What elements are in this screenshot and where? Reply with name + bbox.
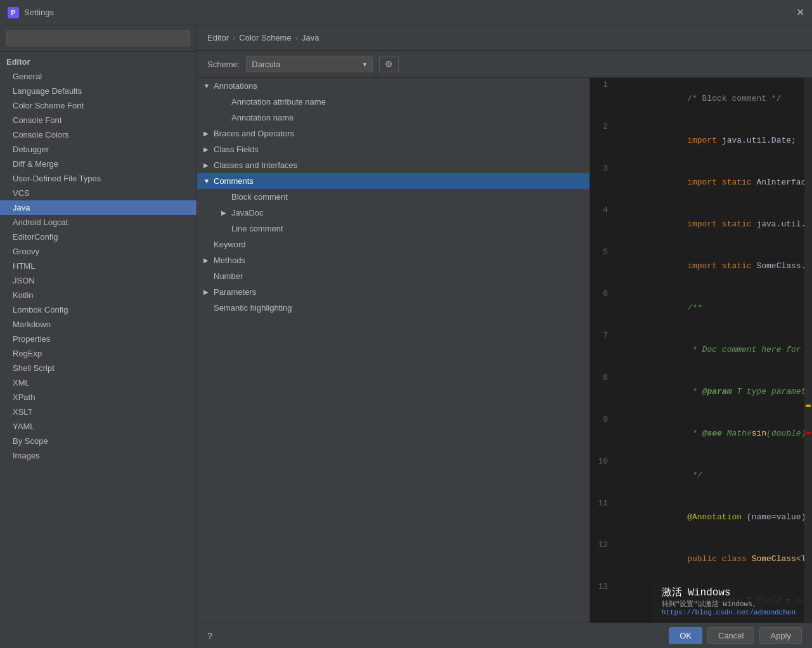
sidebar-item-yaml[interactable]: YAML (0, 419, 197, 434)
sidebar-item-html[interactable]: HTML (0, 259, 197, 273)
content-area: Editor › Color Scheme › Java Scheme: Dar… (197, 25, 812, 648)
sidebar-item-groovy[interactable]: Groovy (0, 244, 197, 259)
sidebar-item-xml[interactable]: XML (0, 375, 197, 390)
tree-item-block-comment[interactable]: Block comment (197, 189, 590, 205)
scheme-tree: ▼ Annotations Annotation attribute name … (197, 78, 590, 623)
cancel-button[interactable]: Cancel (707, 627, 754, 644)
line-content: * Doc comment here for <code>SomeClass</… (615, 329, 812, 371)
tree-item-braces[interactable]: ▶ Braces and Operators (197, 126, 590, 141)
line-number: 10 (590, 455, 615, 496)
sidebar-item-android-logcat[interactable]: Android Logcat (0, 215, 197, 230)
tree-item-comments[interactable]: ▼ Comments (197, 173, 590, 189)
sidebar-item-console-font[interactable]: Console Font (0, 113, 197, 127)
breadcrumb-arrow-2: › (295, 33, 298, 42)
code-line-2: 2 import java.util.Date; (590, 120, 812, 162)
tree-item-javadoc[interactable]: ▶ JavaDoc (197, 205, 590, 221)
expand-icon: ▼ (203, 178, 211, 185)
sidebar-item-xpath[interactable]: XPath (0, 390, 197, 405)
sidebar-item-vcs[interactable]: VCS (0, 186, 197, 200)
sidebar-item-console-colors[interactable]: Console Colors (0, 127, 197, 142)
sidebar-item-regexp[interactable]: RegExp (0, 346, 197, 361)
sidebar-item-java[interactable]: Java (0, 200, 197, 215)
tree-item-methods[interactable]: ▶ Methods (197, 252, 590, 268)
sidebar-item-json[interactable]: JSON (0, 273, 197, 288)
code-preview: 1 /* Block comment */ 2 import java.util… (590, 78, 812, 623)
scheme-select-wrapper: Darcula Default High Contrast ▼ (246, 56, 373, 72)
tree-item-line-comment[interactable]: Line comment (197, 221, 590, 237)
ok-button[interactable]: OK (669, 627, 702, 644)
sidebar-item-language-defaults[interactable]: Language Defaults (0, 84, 197, 98)
scroll-mark-yellow (806, 405, 811, 407)
sidebar-item-xslt[interactable]: XSLT (0, 405, 197, 419)
expand-icon: ▼ (203, 82, 211, 89)
code-line-9: 9 * @see Math#sin(double) (590, 413, 812, 455)
code-line-7: 7 * Doc comment here for <code>SomeClass… (590, 329, 812, 371)
code-line-11: 11 @Annotation (name=value) (590, 496, 812, 538)
expand-icon: ▶ (203, 162, 211, 169)
sidebar-item-diff-merge[interactable]: Diff & Merge (0, 157, 197, 171)
tree-item-semantic[interactable]: Semantic highlighting (197, 300, 590, 316)
expand-icon: ▶ (203, 130, 211, 137)
tree-item-classes-interfaces[interactable]: ▶ Classes and Interfaces (197, 157, 590, 173)
breadcrumb-arrow-1: › (233, 33, 235, 42)
line-number: 6 (590, 287, 615, 329)
line-number: 5 (590, 245, 615, 287)
tree-item-annotations[interactable]: ▼ Annotations (197, 78, 590, 94)
sidebar-item-shell-script[interactable]: Shell Script (0, 361, 197, 375)
search-input[interactable] (6, 30, 190, 46)
line-number: 3 (590, 162, 615, 204)
sidebar-item-kotlin[interactable]: Kotlin (0, 288, 197, 302)
sidebar-item-debugger[interactable]: Debugger (0, 142, 197, 157)
tree-item-keyword[interactable]: Keyword (197, 237, 590, 252)
line-number: 8 (590, 371, 615, 413)
apply-button[interactable]: Apply (759, 627, 802, 644)
main-layout: Editor General Language Defaults Color S… (0, 25, 812, 648)
sidebar: Editor General Language Defaults Color S… (0, 25, 197, 648)
bottom-bar: ? OK Cancel Apply (197, 623, 812, 648)
sidebar-item-by-scope[interactable]: By Scope (0, 434, 197, 448)
scheme-bar: Scheme: Darcula Default High Contrast ▼ … (197, 51, 812, 78)
line-content: */ (615, 455, 702, 496)
sidebar-item-user-defined[interactable]: User-Defined File Types (0, 171, 197, 186)
line-content: @Annotation (name=value) (615, 496, 806, 538)
code-line-10: 10 */ (590, 455, 812, 496)
line-number: 7 (590, 329, 615, 371)
help-button[interactable]: ? (207, 631, 212, 641)
line-number: 9 (590, 413, 615, 455)
scroll-mark-red (806, 432, 811, 434)
sidebar-item-images[interactable]: Images (0, 448, 197, 463)
tree-item-number[interactable]: Number (197, 268, 590, 284)
settings-window: P Settings ✕ Editor General Language Def… (0, 0, 812, 648)
code-line-12: 12 public class SomeClass<T extends Runn… (590, 538, 812, 580)
tree-item-parameters[interactable]: ▶ Parameters (197, 284, 590, 300)
tree-item-class-fields[interactable]: ▶ Class Fields (197, 141, 590, 157)
sidebar-item-properties[interactable]: Properties (0, 332, 197, 346)
sidebar-item-markdown[interactable]: Markdown (0, 317, 197, 332)
code-line-3: 3 import static AnInterface.CONSTANT; (590, 162, 812, 204)
gear-button[interactable]: ⚙ (379, 56, 399, 72)
sidebar-item-color-scheme-font[interactable]: Color Scheme Font (0, 98, 197, 113)
tree-item-annotation-name[interactable]: Annotation name (197, 110, 590, 126)
expand-icon: ▶ (203, 257, 211, 264)
sidebar-item-editorconfig[interactable]: EditorConfig (0, 230, 197, 244)
sidebar-item-general[interactable]: General (0, 69, 197, 84)
scheme-select[interactable]: Darcula Default High Contrast (246, 56, 373, 72)
window-title: Settings (24, 8, 54, 17)
line-content: import static SomeClass.staticField; (615, 245, 812, 287)
line-number: 2 (590, 120, 615, 162)
content-split: ▼ Annotations Annotation attribute name … (197, 78, 812, 623)
windows-activation-overlay: 激活 Windows 转到"设置"以激活 Windows。 https://bl… (653, 580, 804, 623)
code-line-1: 1 /* Block comment */ (590, 78, 812, 120)
line-content: * @see Math#sin(double) (615, 413, 806, 455)
tree-item-annotation-attr[interactable]: Annotation attribute name (197, 94, 590, 110)
sidebar-item-lombok-config[interactable]: Lombok Config (0, 302, 197, 317)
search-box (0, 25, 197, 52)
line-content: import static AnInterface.CONSTANT; (615, 162, 812, 204)
line-number: 11 (590, 496, 615, 538)
close-button[interactable]: ✕ (796, 6, 804, 18)
windows-link[interactable]: https://blog.csdn.net/admondchen (662, 609, 796, 616)
line-number: 12 (590, 538, 615, 580)
code-line-8: 8 * @param T type parameter (590, 371, 812, 413)
code-line-5: 5 import static SomeClass.staticField; (590, 245, 812, 287)
line-number: 4 (590, 204, 615, 245)
